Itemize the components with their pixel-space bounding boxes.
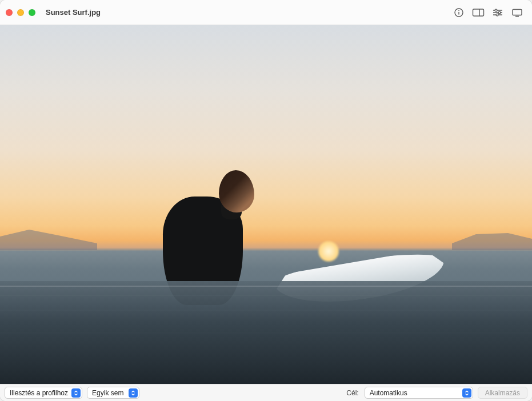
window-title: Sunset Surf.jpg (46, 8, 101, 17)
compare-icon (472, 8, 485, 17)
display-button[interactable] (508, 5, 526, 20)
chevron-updown-icon (71, 388, 81, 398)
match-profile-select[interactable]: Illesztés a profilhoz (5, 387, 82, 399)
traffic-lights (6, 9, 35, 16)
compare-button[interactable] (469, 5, 487, 20)
match-profile-label: Illesztés a profilhoz (10, 389, 68, 397)
svg-point-10 (496, 14, 498, 16)
maximize-button[interactable] (29, 9, 35, 16)
target-select[interactable]: Automatikus (365, 387, 473, 399)
minimize-button[interactable] (17, 9, 24, 16)
svg-point-8 (498, 11, 501, 14)
target-label: Cél: (346, 389, 358, 397)
apply-button[interactable]: Alkalmazás (478, 387, 527, 399)
close-button[interactable] (6, 9, 13, 16)
titlebar: Sunset Surf.jpg (0, 0, 532, 25)
target-value: Automatikus (370, 389, 459, 397)
info-icon (454, 7, 464, 18)
app-window: Sunset Surf.jpg (0, 0, 532, 401)
chevron-updown-icon (462, 388, 471, 398)
profile-none-label: Egyik sem (92, 389, 125, 397)
bottom-bar: Illesztés a profilhoz Egyik sem Cél: Aut… (0, 384, 532, 401)
image-background (0, 281, 532, 384)
svg-rect-11 (513, 9, 522, 15)
info-button[interactable] (450, 5, 468, 20)
adjust-icon (492, 8, 503, 17)
adjust-button[interactable] (489, 5, 507, 20)
apply-button-label: Alkalmazás (485, 389, 520, 397)
svg-point-2 (458, 10, 459, 11)
image-background (317, 240, 340, 263)
toolbar-right (450, 5, 526, 20)
profile-none-select[interactable]: Egyik sem (87, 387, 139, 399)
chevron-updown-icon (129, 388, 138, 398)
display-icon (511, 8, 523, 17)
image-viewport[interactable] (0, 25, 532, 384)
svg-point-6 (495, 9, 497, 11)
svg-rect-3 (473, 9, 484, 16)
